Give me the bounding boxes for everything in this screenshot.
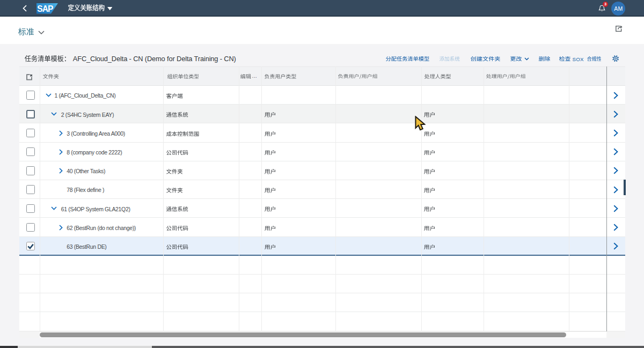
svg-text:SAP: SAP bbox=[37, 4, 53, 13]
